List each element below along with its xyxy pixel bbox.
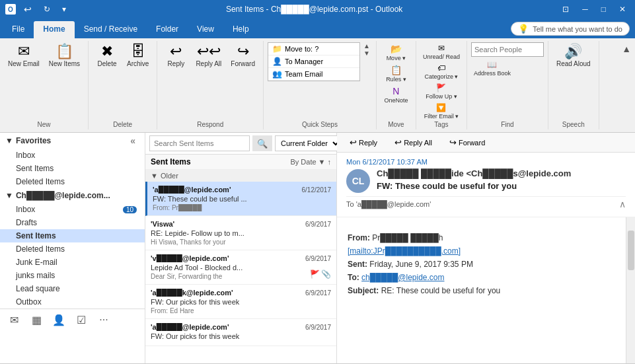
mail-nav-button[interactable]: ✉ [4,311,24,328]
quick-steps-scroll[interactable]: ▲ ▼ [361,42,372,57]
sidebar: ▼ Favorites « Inbox Sent Items Deleted I… [0,133,145,363]
ribbon-group-tags: ✉ Unread/ Read 🏷 Categorize ▾ 🚩 Follow U… [416,41,467,129]
sender-name-text: Ch█████ █████ide [377,168,464,178]
search-people-input[interactable] [471,42,544,57]
sidebar-item-favorites-deleted[interactable]: Deleted Items [0,175,145,188]
tasks-nav-button[interactable]: ☑ [71,311,91,328]
calendar-nav-button[interactable]: ▦ [26,311,46,328]
email-list-header: Sent Items By Date ▼ ↑ [145,155,336,170]
new-group-buttons: ✉ New Email 📋 New Items [4,41,84,121]
scroll-down-icon: ▼ [363,50,370,57]
email-item-0[interactable]: 'a█████@lepide.com' 6/12/2017 FW: These … [145,182,336,216]
account-header[interactable]: ▼ Ch█████@lepide.com... [0,188,145,203]
reading-pane-scrollbar[interactable] [626,217,635,363]
more-nav-button[interactable]: ··· [94,311,114,328]
maximize-button[interactable]: □ [597,3,610,15]
reply-label: Reply [168,60,185,67]
redo-button[interactable]: ↻ [40,3,54,15]
email-item-3[interactable]: 'a█████k@lepide.com' 6/9/2017 FW: Our pi… [145,285,336,319]
tab-send-receive[interactable]: Send / Receive [75,21,147,38]
forward-button[interactable]: ↪ Forward [227,42,259,69]
email-item-top-2: 'v█████@lepide.com' 6/9/2017 [151,254,331,262]
tab-home[interactable]: Home [34,21,74,38]
new-email-button[interactable]: ✉ New Email [4,42,44,69]
email-date-3: 6/9/2017 [305,289,331,297]
people-nav-button[interactable]: 👤 [49,311,69,328]
read-aloud-button[interactable]: 🔊 Read Aloud [552,42,595,69]
quick-access-button[interactable]: ▾ [58,3,70,15]
ribbon-group-find: 📖 Address Book Find [467,41,548,129]
tab-help[interactable]: Help [223,21,258,38]
respond-group-buttons: ↩ Reply ↩↩ Reply All ↪ Forward [161,41,259,121]
reading-reply-all-label: Reply All [404,139,432,147]
favorites-sent-label: Sent Items [16,164,54,173]
delete-button[interactable]: ✖ Delete [93,42,122,69]
email-item-2[interactable]: 'v█████@lepide.com' 6/9/2017 Lepide Ad T… [145,250,336,285]
tab-folder[interactable]: Folder [147,21,188,38]
qs-move-label: Move to: ? [285,45,318,53]
new-items-button[interactable]: 📋 New Items [45,42,84,69]
sender-avatar: CL [346,169,370,193]
email-item-1[interactable]: 'Viswa' 6/9/2017 RE: Lepide- Follow up t… [145,216,336,250]
address-book-label: Address Book [474,70,511,77]
sidebar-item-inbox[interactable]: Inbox 10 [0,203,145,216]
move-button[interactable]: 📂 Move ▾ [381,42,410,63]
email-search-button[interactable]: 🔍 [252,135,272,151]
email-group-older: ▼ Older [145,170,336,182]
tags-group-buttons: ✉ Unread/ Read 🏷 Categorize ▾ 🚩 Follow U… [420,41,463,121]
reading-reply-button[interactable]: ↩ Reply [344,135,383,149]
sidebar-collapse-button[interactable]: « [126,135,139,146]
sidebar-item-sent[interactable]: Sent Items [0,229,145,242]
tab-view[interactable]: View [188,21,223,38]
email-date-header: Mon 6/12/2017 10:37 AM [346,158,626,166]
email-search-input[interactable] [149,135,250,151]
to-expand-button[interactable]: ∧ [619,199,626,209]
qs-move-to[interactable]: 📁 Move to: ? [268,43,359,55]
reply-all-button[interactable]: ↩↩ Reply All [192,42,225,69]
sidebar-item-lead-square[interactable]: Lead square [0,282,145,295]
sidebar-item-favorites-inbox[interactable]: Inbox [0,149,145,162]
folder-selector[interactable]: Current Folder [275,135,342,151]
attachment-icon-2: 📎 [321,270,331,279]
sidebar-item-outbox[interactable]: Outbox [0,295,145,309]
email-date-2: 6/9/2017 [305,255,331,262]
qs-manager-icon: 👤 [272,57,282,66]
sidebar-item-drafts[interactable]: Drafts [0,216,145,229]
categorize-button[interactable]: 🏷 Categorize ▾ [420,62,463,81]
email-header: Mon 6/12/2017 10:37 AM CL Ch█████ █████i… [337,153,635,217]
favorites-header[interactable]: ▼ Favorites « [0,133,145,149]
reply-button[interactable]: ↩ Reply [161,42,190,69]
follow-up-button[interactable]: 🚩 Follow Up ▾ [420,82,463,101]
onenote-button[interactable]: N OneNote [381,85,410,105]
undo-button[interactable]: ↩ [20,3,36,16]
reading-pane-toolbar: ↩ Reply ↩ Reply All ↪ Forward [337,133,635,153]
email-to-text: To 'a█████@lepide.com' [346,200,431,208]
filter-email-button[interactable]: 🔽 Filter Email ▾ [420,102,463,121]
email-item-4[interactable]: 'a█████@lepide.com' 6/9/2017 FW: Our pic… [145,319,336,346]
mailto-link[interactable]: [mailto:JPr██████████.com] [348,246,461,256]
rules-button[interactable]: 📋 Rules ▾ [381,63,410,84]
reading-reply-all-button[interactable]: ↩ Reply All [389,135,438,149]
to-email-link[interactable]: ch█████@lepide.com [361,273,444,282]
sidebar-item-junks-mails[interactable]: junks mails [0,269,145,282]
archive-button[interactable]: 🗄 Archive [123,42,153,69]
minimize-button[interactable]: ─ [578,3,592,15]
qs-team-email[interactable]: 👥 Team Email [268,68,359,81]
tab-file[interactable]: File [3,21,34,38]
window-icon-button[interactable]: ⊡ [558,3,573,15]
qs-to-manager[interactable]: 👤 To Manager [268,55,359,68]
unread-read-button[interactable]: ✉ Unread/ Read [420,42,463,61]
from-name-value: Pr█████ █████h [372,233,443,242]
sidebar-item-junk[interactable]: Junk E-mail [0,256,145,269]
collapse-ribbon-button[interactable]: ▲ [618,41,635,129]
close-button[interactable]: ✕ [615,3,630,15]
reading-forward-button[interactable]: ↪ Forward [443,135,491,149]
sidebar-item-deleted[interactable]: Deleted Items [0,242,145,256]
from-label: From: [348,233,370,242]
tell-me-bar[interactable]: 💡 Tell me what you want to do [511,22,630,36]
sidebar-item-favorites-sent[interactable]: Sent Items [0,162,145,175]
unread-read-label: Unread/ Read [423,54,460,60]
email-meta-subject: Subject: RE: These could be useful for y… [348,285,614,297]
address-book-button[interactable]: 📖 Address Book [471,59,513,78]
email-sort-button[interactable]: By Date ▼ ↑ [290,158,331,166]
